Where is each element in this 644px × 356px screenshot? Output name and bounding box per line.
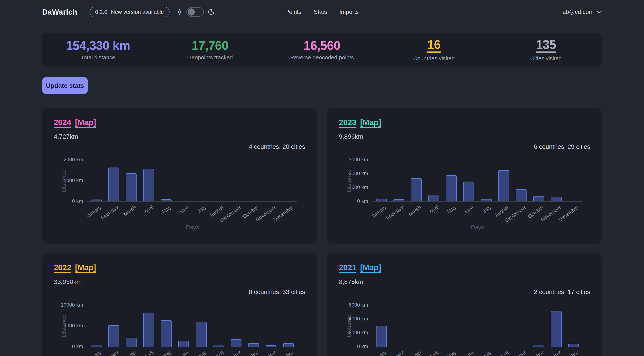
bar-september[interactable] [230,339,242,347]
bar-slot-september [228,160,245,201]
bar-february[interactable] [108,168,119,201]
bar-december[interactable] [283,343,294,347]
bar-slot-october [530,160,547,201]
card-heading: 2022 [Map] [54,263,305,272]
y-axis-title: Distance [346,158,352,203]
stat-value: 154,330 km [66,39,130,52]
bar-slot-august [210,160,227,201]
bar-august[interactable] [498,170,509,201]
year-summary: 8 countries, 33 cities [54,289,305,296]
bar-december[interactable] [568,344,579,347]
year-2021-link[interactable]: 2021 [339,263,356,272]
x-tick-label: February [100,350,120,356]
app-logo[interactable]: DaWarIch [42,8,77,16]
bar-january[interactable] [376,199,387,201]
stat-label: Reverse geocoded points [290,54,354,61]
year-distance: 4,727km [54,133,305,140]
bar-slot-january [88,160,105,201]
card-heading: 2021 [Map] [339,263,590,272]
year-2022-map-link[interactable]: [Map] [75,263,96,272]
nav-stats[interactable]: Stats [314,8,327,15]
bar-slot-june [175,305,192,347]
bar-january[interactable] [376,326,387,347]
y-tick-label: 1000 km [64,178,83,183]
bar-june[interactable] [463,182,474,201]
bar-january[interactable] [91,200,102,201]
year-2023-link[interactable]: 2023 [339,118,356,127]
bar-november[interactable] [551,197,562,201]
x-tick-label: October [527,350,545,356]
bar-march[interactable] [126,173,136,201]
nav-imports[interactable]: Imports [340,8,359,15]
bar-june[interactable] [178,341,189,347]
x-tick-label: January [370,204,387,220]
stat-label: Cities visited [530,55,562,61]
theme-toggle[interactable] [186,7,204,17]
bar-slot-november [547,160,565,201]
bar-february[interactable] [108,325,119,347]
bar-april[interactable] [143,313,154,347]
bar-slot-january [372,160,390,201]
bar-slot-april [425,305,442,347]
bar-slot-july [192,160,210,201]
x-tick-label: May [161,350,172,356]
x-tick-label: February [100,204,120,221]
x-tick-label: May [446,204,457,215]
year-2021-chart: Distance0 km2000 km4000 km6000 kmJanuary… [339,297,590,356]
theme-switcher [176,7,214,17]
year-2023-map-link[interactable]: [Map] [360,118,381,127]
x-tick-label: June [178,350,190,356]
bar-may[interactable] [161,320,172,347]
year-card-2022: 2022 [Map] 33,930km 8 countries, 33 citi… [42,253,317,356]
bar-slot-may [442,305,460,347]
bars-row [88,305,297,347]
bar-march[interactable] [411,178,422,201]
moon-icon [208,8,214,15]
stat-reverse-geocoded: 16,560 Reverse geocoded points [266,32,378,67]
x-axis-title: Days [88,224,297,231]
bar-slot-december [280,305,297,347]
bar-november[interactable] [551,311,562,347]
bar-slot-august [495,160,512,201]
year-2021-map-link[interactable]: [Map] [360,263,381,272]
bar-october[interactable] [248,343,259,347]
stat-value-link[interactable]: 135 [536,38,556,53]
bar-slot-april [140,305,157,347]
year-2024-link[interactable]: 2024 [54,118,71,127]
bar-may[interactable] [161,199,172,201]
account-email: ab@cd.com [562,8,594,15]
y-tick-label: 2000 km [64,157,83,163]
year-2022-link[interactable]: 2022 [54,263,71,272]
bar-july[interactable] [196,322,206,347]
bar-slot-august [210,305,227,347]
bar-slot-july [478,160,495,201]
account-menu[interactable]: ab@cd.com [562,8,602,15]
bar-march[interactable] [126,338,136,347]
bar-october[interactable] [533,196,544,201]
x-tick-label: April [428,350,440,356]
bar-slot-august [495,305,512,347]
update-stats-button[interactable]: Update stats [42,77,88,94]
version-badge[interactable]: 0.2.0 New version available [90,7,170,17]
year-2023-chart: Distance0 km1000 km2000 km3000 kmJanuary… [339,151,590,239]
x-tick-label: May [446,350,457,356]
nav-points[interactable]: Points [285,8,302,15]
y-tick-label: 6000 km [348,302,368,308]
year-card-2021: 2021 [Map] 8,875km 2 countries, 17 citie… [327,253,602,356]
y-tick-label: 0 km [72,198,83,204]
y-tick-label: 3000 km [348,157,368,163]
bar-slot-september [512,305,530,347]
bar-july[interactable] [481,199,492,201]
bar-september[interactable] [516,189,526,201]
bar-november[interactable] [266,345,276,347]
stat-value-link[interactable]: 16 [427,38,440,53]
bar-february[interactable] [393,199,404,201]
bar-april[interactable] [143,169,154,201]
year-2024-map-link[interactable]: [Map] [75,118,96,127]
x-tick-label: January [84,204,102,220]
bar-april[interactable] [428,195,439,201]
x-tick-label: July [482,350,492,356]
x-tick-label: April [428,204,440,215]
y-tick-label: 2000 km [348,171,368,177]
bar-may[interactable] [446,175,457,201]
